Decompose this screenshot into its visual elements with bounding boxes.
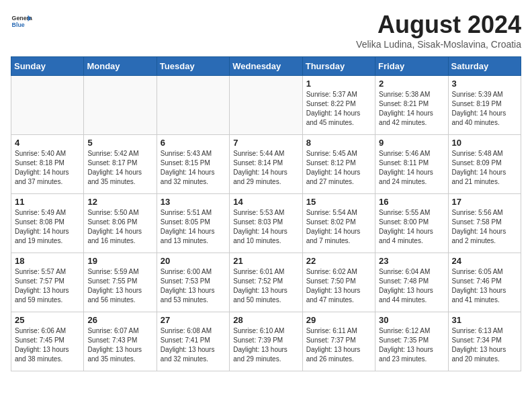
day-number: 28 — [233, 315, 298, 325]
calendar-cell: 20Sunrise: 6:00 AM Sunset: 7:53 PM Dayli… — [157, 253, 229, 312]
day-number: 13 — [161, 197, 226, 207]
calendar-cell: 24Sunrise: 6:05 AM Sunset: 7:46 PM Dayli… — [448, 253, 521, 312]
calendar-cell: 19Sunrise: 5:59 AM Sunset: 7:55 PM Dayli… — [84, 253, 157, 312]
day-number: 27 — [161, 315, 226, 325]
day-info: Sunrise: 5:55 AM Sunset: 8:00 PM Dayligh… — [379, 208, 444, 246]
weekday-header-sunday: Sunday — [11, 57, 84, 76]
day-number: 24 — [452, 256, 517, 266]
day-number: 17 — [452, 197, 517, 207]
day-info: Sunrise: 5:53 AM Sunset: 8:03 PM Dayligh… — [233, 208, 298, 246]
day-info: Sunrise: 5:57 AM Sunset: 7:57 PM Dayligh… — [15, 267, 80, 305]
day-info: Sunrise: 6:13 AM Sunset: 7:34 PM Dayligh… — [452, 326, 517, 364]
calendar-cell: 1Sunrise: 5:37 AM Sunset: 8:22 PM Daylig… — [302, 76, 375, 135]
calendar-week-2: 4Sunrise: 5:40 AM Sunset: 8:18 PM Daylig… — [11, 135, 521, 194]
day-number: 6 — [161, 138, 226, 148]
calendar-cell: 16Sunrise: 5:55 AM Sunset: 8:00 PM Dayli… — [375, 194, 448, 253]
calendar-cell: 4Sunrise: 5:40 AM Sunset: 8:18 PM Daylig… — [11, 135, 84, 194]
calendar-cell — [157, 76, 229, 135]
day-number: 2 — [379, 79, 444, 89]
weekday-header-wednesday: Wednesday — [230, 57, 302, 76]
weekday-header-tuesday: Tuesday — [157, 57, 229, 76]
calendar-table: SundayMondayTuesdayWednesdayThursdayFrid… — [11, 56, 521, 371]
day-number: 16 — [379, 197, 444, 207]
day-number: 21 — [233, 256, 298, 266]
day-info: Sunrise: 5:46 AM Sunset: 8:11 PM Dayligh… — [379, 149, 444, 187]
title-block: August 2024 Velika Ludina, Sisak-Moslavi… — [356, 11, 521, 50]
day-number: 25 — [15, 315, 80, 325]
day-info: Sunrise: 5:49 AM Sunset: 8:08 PM Dayligh… — [15, 208, 80, 246]
day-number: 5 — [87, 138, 152, 148]
day-number: 19 — [87, 256, 152, 266]
day-info: Sunrise: 6:04 AM Sunset: 7:48 PM Dayligh… — [379, 267, 444, 305]
calendar-cell: 5Sunrise: 5:42 AM Sunset: 8:17 PM Daylig… — [84, 135, 157, 194]
day-number: 31 — [452, 315, 517, 325]
day-info: Sunrise: 6:11 AM Sunset: 7:37 PM Dayligh… — [306, 326, 371, 364]
calendar-cell: 17Sunrise: 5:56 AM Sunset: 7:58 PM Dayli… — [448, 194, 521, 253]
calendar-week-1: 1Sunrise: 5:37 AM Sunset: 8:22 PM Daylig… — [11, 76, 521, 135]
weekday-header-friday: Friday — [375, 57, 448, 76]
calendar-cell: 23Sunrise: 6:04 AM Sunset: 7:48 PM Dayli… — [375, 253, 448, 312]
day-info: Sunrise: 5:54 AM Sunset: 8:02 PM Dayligh… — [306, 208, 371, 246]
calendar-week-3: 11Sunrise: 5:49 AM Sunset: 8:08 PM Dayli… — [11, 194, 521, 253]
svg-text:Blue: Blue — [12, 21, 25, 28]
day-info: Sunrise: 5:42 AM Sunset: 8:17 PM Dayligh… — [87, 149, 152, 187]
day-number: 14 — [233, 197, 298, 207]
calendar-cell: 2Sunrise: 5:38 AM Sunset: 8:21 PM Daylig… — [375, 76, 448, 135]
day-number: 1 — [306, 79, 371, 89]
day-number: 15 — [306, 197, 371, 207]
day-number: 9 — [379, 138, 444, 148]
day-number: 12 — [87, 197, 152, 207]
calendar-week-5: 25Sunrise: 6:06 AM Sunset: 7:45 PM Dayli… — [11, 312, 521, 371]
day-number: 7 — [233, 138, 298, 148]
calendar-cell: 12Sunrise: 5:50 AM Sunset: 8:06 PM Dayli… — [84, 194, 157, 253]
calendar-cell: 25Sunrise: 6:06 AM Sunset: 7:45 PM Dayli… — [11, 312, 84, 371]
day-info: Sunrise: 6:01 AM Sunset: 7:52 PM Dayligh… — [233, 267, 298, 305]
location-subtitle: Velika Ludina, Sisak-Moslavina, Croatia — [356, 39, 521, 50]
calendar-cell: 22Sunrise: 6:02 AM Sunset: 7:50 PM Dayli… — [302, 253, 375, 312]
day-number: 4 — [15, 138, 80, 148]
calendar-week-4: 18Sunrise: 5:57 AM Sunset: 7:57 PM Dayli… — [11, 253, 521, 312]
page-header: General Blue August 2024 Velika Ludina, … — [11, 11, 521, 50]
calendar-cell: 6Sunrise: 5:43 AM Sunset: 8:15 PM Daylig… — [157, 135, 229, 194]
month-year-title: August 2024 — [356, 11, 521, 39]
day-info: Sunrise: 5:44 AM Sunset: 8:14 PM Dayligh… — [233, 149, 298, 187]
weekday-header-saturday: Saturday — [448, 57, 521, 76]
calendar-cell: 15Sunrise: 5:54 AM Sunset: 8:02 PM Dayli… — [302, 194, 375, 253]
day-info: Sunrise: 5:40 AM Sunset: 8:18 PM Dayligh… — [15, 149, 80, 187]
day-info: Sunrise: 6:10 AM Sunset: 7:39 PM Dayligh… — [233, 326, 298, 364]
calendar-cell: 9Sunrise: 5:46 AM Sunset: 8:11 PM Daylig… — [375, 135, 448, 194]
day-info: Sunrise: 6:05 AM Sunset: 7:46 PM Dayligh… — [452, 267, 517, 305]
day-info: Sunrise: 5:51 AM Sunset: 8:05 PM Dayligh… — [161, 208, 226, 246]
calendar-cell: 27Sunrise: 6:08 AM Sunset: 7:41 PM Dayli… — [157, 312, 229, 371]
day-info: Sunrise: 5:37 AM Sunset: 8:22 PM Dayligh… — [306, 90, 371, 128]
calendar-header-row: SundayMondayTuesdayWednesdayThursdayFrid… — [11, 57, 521, 76]
day-info: Sunrise: 5:45 AM Sunset: 8:12 PM Dayligh… — [306, 149, 371, 187]
calendar-cell: 29Sunrise: 6:11 AM Sunset: 7:37 PM Dayli… — [302, 312, 375, 371]
day-number: 8 — [306, 138, 371, 148]
calendar-cell: 11Sunrise: 5:49 AM Sunset: 8:08 PM Dayli… — [11, 194, 84, 253]
calendar-cell — [11, 76, 84, 135]
day-number: 30 — [379, 315, 444, 325]
day-info: Sunrise: 6:07 AM Sunset: 7:43 PM Dayligh… — [87, 326, 152, 364]
logo-icon: General Blue — [11, 11, 32, 32]
logo: General Blue — [11, 11, 32, 32]
calendar-cell: 28Sunrise: 6:10 AM Sunset: 7:39 PM Dayli… — [230, 312, 302, 371]
day-number: 3 — [452, 79, 517, 89]
calendar-cell: 13Sunrise: 5:51 AM Sunset: 8:05 PM Dayli… — [157, 194, 229, 253]
day-number: 20 — [161, 256, 226, 266]
weekday-header-monday: Monday — [84, 57, 157, 76]
calendar-cell: 3Sunrise: 5:39 AM Sunset: 8:19 PM Daylig… — [448, 76, 521, 135]
day-number: 22 — [306, 256, 371, 266]
day-info: Sunrise: 5:56 AM Sunset: 7:58 PM Dayligh… — [452, 208, 517, 246]
day-info: Sunrise: 6:08 AM Sunset: 7:41 PM Dayligh… — [161, 326, 226, 364]
day-info: Sunrise: 5:43 AM Sunset: 8:15 PM Dayligh… — [161, 149, 226, 187]
calendar-cell: 21Sunrise: 6:01 AM Sunset: 7:52 PM Dayli… — [230, 253, 302, 312]
calendar-cell: 26Sunrise: 6:07 AM Sunset: 7:43 PM Dayli… — [84, 312, 157, 371]
day-info: Sunrise: 6:00 AM Sunset: 7:53 PM Dayligh… — [161, 267, 226, 305]
calendar-cell: 30Sunrise: 6:12 AM Sunset: 7:35 PM Dayli… — [375, 312, 448, 371]
calendar-cell: 14Sunrise: 5:53 AM Sunset: 8:03 PM Dayli… — [230, 194, 302, 253]
day-info: Sunrise: 6:02 AM Sunset: 7:50 PM Dayligh… — [306, 267, 371, 305]
calendar-cell — [230, 76, 302, 135]
day-number: 10 — [452, 138, 517, 148]
day-number: 26 — [87, 315, 152, 325]
